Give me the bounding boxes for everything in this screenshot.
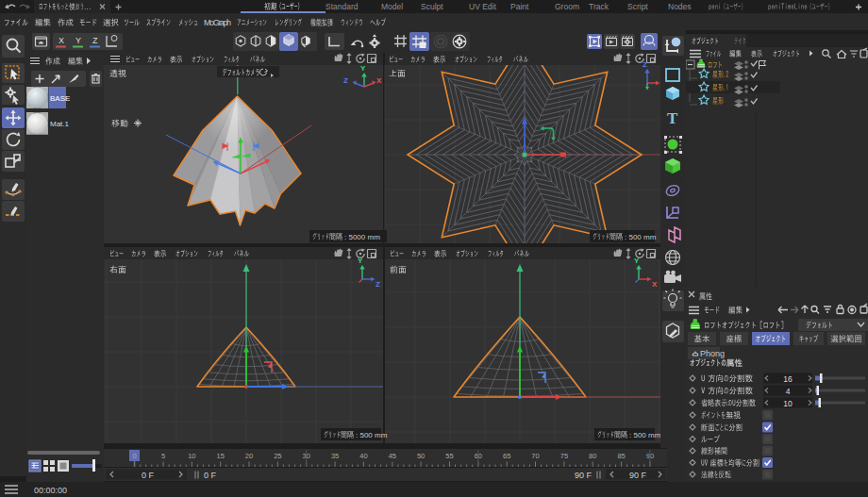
svg-text:45: 45	[389, 452, 396, 460]
svg-text:80: 80	[589, 452, 596, 460]
svg-text:MoGraph: MoGraph	[204, 18, 231, 27]
svg-text:Y: Y	[358, 257, 363, 265]
svg-text:4: 4	[786, 387, 791, 396]
svg-text:Phong: Phong	[700, 349, 725, 358]
svg-text:X: X	[58, 36, 64, 45]
svg-text:T: T	[667, 109, 678, 127]
svg-text:Z: Z	[92, 36, 98, 45]
svg-text:50: 50	[417, 452, 425, 460]
svg-text:35: 35	[331, 452, 339, 460]
svg-text:Script: Script	[627, 2, 648, 11]
svg-text:Y: Y	[360, 64, 366, 73]
svg-text:Paint: Paint	[510, 2, 529, 11]
svg-text:15: 15	[217, 452, 225, 460]
svg-text:: 500 mm: : 500 mm	[625, 233, 657, 241]
svg-text:Nodes: Nodes	[668, 2, 692, 11]
svg-text:90 F: 90 F	[629, 471, 647, 480]
svg-text:0 F: 0 F	[204, 471, 217, 480]
svg-text:Z: Z	[643, 60, 647, 69]
svg-text:5: 5	[161, 452, 165, 460]
svg-text:UV Edit: UV Edit	[469, 2, 496, 11]
svg-text:0: 0	[133, 452, 137, 460]
svg-text:Y: Y	[634, 257, 640, 265]
svg-text:BASE: BASE	[50, 94, 70, 103]
svg-text:Model: Model	[381, 2, 403, 11]
svg-text:: 500 mm: : 500 mm	[356, 431, 388, 439]
svg-text:16: 16	[783, 374, 793, 384]
svg-text:20: 20	[245, 452, 253, 460]
svg-text:Track: Track	[589, 2, 609, 11]
svg-text:90 F: 90 F	[575, 471, 593, 480]
svg-text:: 500 mm: : 500 mm	[629, 431, 661, 439]
svg-text:10: 10	[783, 399, 793, 408]
svg-text:Mat.1: Mat.1	[50, 120, 70, 128]
svg-text:Standard: Standard	[326, 2, 359, 11]
svg-text:40: 40	[359, 452, 367, 460]
svg-text:Sculpt: Sculpt	[421, 2, 443, 11]
svg-text:65: 65	[503, 452, 510, 460]
svg-text:55: 55	[445, 452, 453, 460]
svg-text:10: 10	[188, 452, 195, 460]
svg-text:Z: Z	[376, 280, 380, 289]
svg-text:75: 75	[560, 452, 568, 460]
svg-text:X: X	[652, 280, 658, 289]
svg-text:Y: Y	[75, 36, 81, 45]
svg-text:00:00:00: 00:00:00	[34, 486, 67, 495]
svg-text:X: X	[376, 76, 382, 85]
svg-text:Z: Z	[343, 76, 348, 85]
svg-text:70: 70	[531, 452, 539, 460]
svg-text:Groom: Groom	[555, 2, 579, 11]
svg-text:85: 85	[617, 452, 625, 460]
svg-text:: 5000 mm: : 5000 mm	[344, 233, 380, 241]
svg-text:0 F: 0 F	[142, 471, 155, 480]
svg-text:25: 25	[274, 452, 281, 460]
